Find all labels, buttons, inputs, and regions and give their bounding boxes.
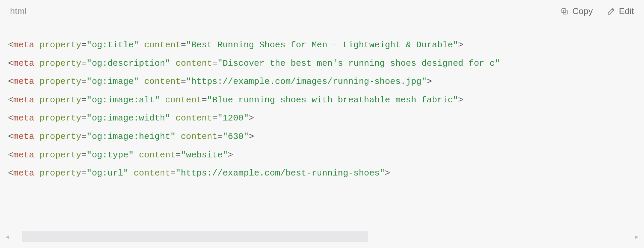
copy-icon (560, 7, 569, 16)
edit-icon (607, 7, 615, 16)
header-actions: Copy Edit (560, 6, 634, 16)
scroll-left-arrow-icon[interactable]: ◂ (3, 233, 11, 241)
copy-label: Copy (572, 6, 593, 16)
edit-label: Edit (619, 6, 634, 16)
svg-rect-0 (564, 10, 568, 14)
svg-rect-1 (562, 8, 566, 12)
code-content[interactable]: <meta property="og:title" content="Best … (8, 36, 636, 183)
edit-button[interactable]: Edit (607, 6, 634, 16)
language-label: html (10, 6, 26, 16)
code-body: <meta property="og:title" content="Best … (0, 21, 644, 248)
scroll-thumb[interactable] (22, 231, 369, 242)
scroll-right-arrow-icon[interactable]: ▸ (633, 233, 641, 241)
code-block-header: html Copy Edit (0, 0, 644, 21)
horizontal-scrollbar[interactable]: ◂ ▸ (0, 228, 644, 245)
code-block-container: html Copy Edit (0, 0, 644, 248)
copy-button[interactable]: Copy (560, 6, 593, 16)
scroll-track[interactable] (13, 231, 631, 242)
